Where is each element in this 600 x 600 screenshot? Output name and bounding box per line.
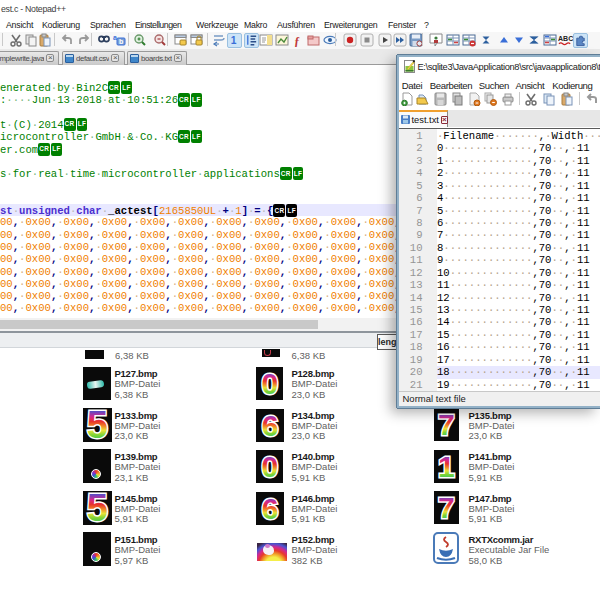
svg-text:6: 6	[261, 492, 278, 525]
svg-text:5: 5	[87, 487, 108, 529]
svg-text:ƒ: ƒ	[294, 34, 300, 47]
svg-text:b: b	[119, 38, 123, 45]
svg-text:0: 0	[261, 450, 278, 483]
svg-text:7: 7	[438, 408, 455, 441]
svg-text:7: 7	[438, 491, 455, 524]
svg-text:0: 0	[261, 367, 278, 400]
svg-text:5: 5	[87, 404, 108, 446]
svg-text:ABC: ABC	[558, 35, 573, 42]
svg-text:1: 1	[231, 35, 237, 46]
svg-text:a: a	[113, 34, 117, 41]
svg-text:1: 1	[438, 450, 455, 483]
svg-text:6: 6	[261, 409, 278, 442]
